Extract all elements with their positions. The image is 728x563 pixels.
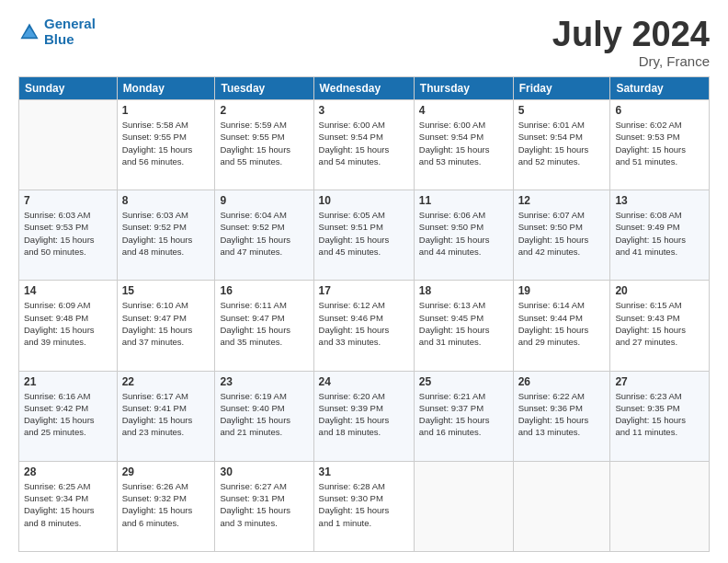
cell-text: Sunrise: 6:05 AM bbox=[319, 209, 409, 221]
cell-text: Sunset: 9:50 PM bbox=[518, 221, 606, 233]
cell-text: Sunset: 9:45 PM bbox=[419, 312, 508, 324]
cell-text: and 55 minutes. bbox=[220, 155, 308, 167]
table-cell: 31Sunrise: 6:28 AMSunset: 9:30 PMDayligh… bbox=[313, 461, 414, 551]
table-cell: 28Sunrise: 6:25 AMSunset: 9:34 PMDayligh… bbox=[19, 461, 118, 551]
cell-text: Daylight: 15 hours bbox=[615, 414, 704, 426]
cell-text: Daylight: 15 hours bbox=[419, 324, 508, 336]
day-number: 26 bbox=[518, 375, 606, 388]
table-cell: 14Sunrise: 6:09 AMSunset: 9:48 PMDayligh… bbox=[19, 281, 118, 371]
calendar-table: Sunday Monday Tuesday Wednesday Thursday… bbox=[18, 76, 710, 552]
day-number: 15 bbox=[122, 284, 210, 297]
logo: General Blue bbox=[18, 17, 96, 47]
cell-text: Daylight: 15 hours bbox=[122, 144, 210, 155]
header: General Blue July 2024 Dry, France bbox=[18, 17, 710, 69]
day-number: 2 bbox=[220, 104, 308, 117]
day-number: 23 bbox=[220, 375, 308, 388]
table-cell: 8Sunrise: 6:03 AMSunset: 9:52 PMDaylight… bbox=[117, 190, 215, 281]
cell-text: Daylight: 15 hours bbox=[122, 234, 210, 246]
cell-text: Sunrise: 6:19 AM bbox=[220, 390, 308, 402]
table-cell: 3Sunrise: 6:00 AMSunset: 9:54 PMDaylight… bbox=[313, 100, 414, 190]
cell-text: Sunrise: 6:03 AM bbox=[122, 209, 210, 221]
table-row: 21Sunrise: 6:16 AMSunset: 9:42 PMDayligh… bbox=[19, 371, 710, 461]
day-number: 22 bbox=[122, 375, 210, 388]
cell-text: Sunset: 9:52 PM bbox=[122, 221, 210, 233]
cell-text: Sunrise: 6:09 AM bbox=[24, 299, 112, 311]
cell-text: Sunrise: 6:22 AM bbox=[518, 390, 606, 402]
table-cell: 19Sunrise: 6:14 AMSunset: 9:44 PMDayligh… bbox=[513, 281, 610, 371]
day-number: 7 bbox=[24, 194, 112, 207]
table-cell bbox=[414, 461, 513, 551]
table-cell: 13Sunrise: 6:08 AMSunset: 9:49 PMDayligh… bbox=[610, 190, 710, 281]
cell-text: Sunset: 9:54 PM bbox=[518, 131, 606, 143]
table-cell: 5Sunrise: 6:01 AMSunset: 9:54 PMDaylight… bbox=[513, 100, 610, 190]
cell-text: and 13 minutes. bbox=[518, 426, 606, 438]
cell-text: and 42 minutes. bbox=[518, 246, 606, 258]
cell-text: Sunset: 9:53 PM bbox=[24, 221, 112, 233]
table-cell: 16Sunrise: 6:11 AMSunset: 9:47 PMDayligh… bbox=[215, 281, 313, 371]
cell-text: Sunset: 9:35 PM bbox=[615, 402, 704, 414]
day-number: 21 bbox=[24, 375, 112, 388]
cell-text: Daylight: 15 hours bbox=[518, 144, 606, 155]
day-number: 10 bbox=[319, 194, 409, 207]
cell-text: Sunrise: 6:04 AM bbox=[220, 209, 308, 221]
table-cell: 17Sunrise: 6:12 AMSunset: 9:46 PMDayligh… bbox=[313, 281, 414, 371]
cell-text: Sunrise: 6:26 AM bbox=[122, 480, 210, 492]
cell-text: Sunset: 9:31 PM bbox=[220, 492, 308, 504]
table-cell: 6Sunrise: 6:02 AMSunset: 9:53 PMDaylight… bbox=[610, 100, 710, 190]
cell-text: Daylight: 15 hours bbox=[419, 414, 508, 426]
day-number: 16 bbox=[220, 284, 308, 297]
cell-text: and 44 minutes. bbox=[419, 246, 508, 258]
day-number: 27 bbox=[615, 375, 704, 388]
cell-text: Daylight: 15 hours bbox=[518, 324, 606, 336]
day-number: 18 bbox=[419, 284, 508, 297]
cell-text: Daylight: 15 hours bbox=[319, 414, 409, 426]
day-number: 24 bbox=[319, 375, 409, 388]
cell-text: Sunset: 9:41 PM bbox=[122, 402, 210, 414]
cell-text: Sunset: 9:55 PM bbox=[122, 131, 210, 143]
cell-text: Daylight: 15 hours bbox=[319, 504, 409, 516]
table-cell bbox=[19, 100, 118, 190]
logo-text: General Blue bbox=[44, 17, 96, 47]
table-cell bbox=[610, 461, 710, 551]
cell-text: and 11 minutes. bbox=[615, 426, 704, 438]
header-row: Sunday Monday Tuesday Wednesday Thursday… bbox=[19, 77, 710, 100]
cell-text: Sunset: 9:48 PM bbox=[24, 312, 112, 324]
day-number: 1 bbox=[122, 104, 210, 117]
cell-text: Sunset: 9:39 PM bbox=[319, 402, 409, 414]
day-number: 12 bbox=[518, 194, 606, 207]
day-number: 9 bbox=[220, 194, 308, 207]
cell-text: Sunset: 9:54 PM bbox=[419, 131, 508, 143]
day-number: 31 bbox=[319, 465, 409, 478]
cell-text: Sunset: 9:53 PM bbox=[615, 131, 704, 143]
cell-text: Sunrise: 5:59 AM bbox=[220, 119, 308, 131]
cell-text: Sunset: 9:52 PM bbox=[220, 221, 308, 233]
day-number: 19 bbox=[518, 284, 606, 297]
table-cell: 25Sunrise: 6:21 AMSunset: 9:37 PMDayligh… bbox=[414, 371, 513, 461]
day-number: 5 bbox=[518, 104, 606, 117]
cell-text: Sunrise: 6:12 AM bbox=[319, 299, 409, 311]
cell-text: and 52 minutes. bbox=[518, 155, 606, 167]
cell-text: Sunrise: 6:23 AM bbox=[615, 390, 704, 402]
cell-text: and 37 minutes. bbox=[122, 336, 210, 348]
day-number: 30 bbox=[220, 465, 308, 478]
day-number: 11 bbox=[419, 194, 508, 207]
cell-text: and 6 minutes. bbox=[122, 517, 210, 529]
table-row: 14Sunrise: 6:09 AMSunset: 9:48 PMDayligh… bbox=[19, 281, 710, 371]
cell-text: Daylight: 15 hours bbox=[122, 504, 210, 516]
cell-text: Daylight: 15 hours bbox=[419, 234, 508, 246]
cell-text: and 23 minutes. bbox=[122, 426, 210, 438]
cell-text: and 8 minutes. bbox=[24, 517, 112, 529]
table-cell: 26Sunrise: 6:22 AMSunset: 9:36 PMDayligh… bbox=[513, 371, 610, 461]
cell-text: Daylight: 15 hours bbox=[24, 504, 112, 516]
cell-text: Sunrise: 6:25 AM bbox=[24, 480, 112, 492]
cell-text: and 51 minutes. bbox=[615, 155, 704, 167]
cell-text: Sunrise: 6:00 AM bbox=[319, 119, 409, 131]
table-row: 7Sunrise: 6:03 AMSunset: 9:53 PMDaylight… bbox=[19, 190, 710, 281]
logo-line2: Blue bbox=[44, 31, 74, 47]
cell-text: Sunset: 9:37 PM bbox=[419, 402, 508, 414]
cell-text: and 56 minutes. bbox=[122, 155, 210, 167]
cell-text: Sunrise: 6:11 AM bbox=[220, 299, 308, 311]
day-number: 6 bbox=[615, 104, 704, 117]
cell-text: Sunrise: 6:20 AM bbox=[319, 390, 409, 402]
cell-text: Sunrise: 6:13 AM bbox=[419, 299, 508, 311]
